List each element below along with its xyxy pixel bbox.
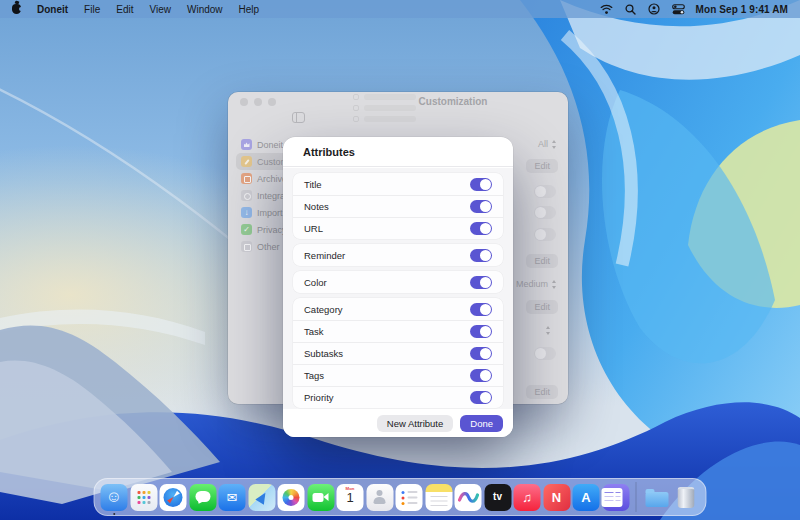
- dimmed-toggle-3[interactable]: [534, 228, 556, 241]
- sidebar-toggle-icon[interactable]: [292, 112, 305, 123]
- attribute-row-title: Title: [293, 173, 503, 195]
- edit-button-4[interactable]: Edit: [526, 385, 558, 399]
- toggle-url[interactable]: [470, 222, 492, 235]
- customization-icon: [241, 156, 252, 167]
- archive-icon: [241, 173, 252, 184]
- squiggle-icon: [455, 484, 482, 511]
- attributes-modal: Attributes Title Notes URL Reminder Colo…: [283, 137, 513, 437]
- dock: ☺ ✉ Mon 1 tv ♫ N A: [94, 478, 707, 516]
- dock-app-maps[interactable]: [248, 484, 275, 511]
- launchpad-grid-icon: [137, 491, 141, 495]
- edit-button-3[interactable]: Edit: [526, 300, 558, 314]
- dock-app-calendar[interactable]: Mon 1: [337, 484, 364, 511]
- person-icon: [377, 490, 383, 496]
- dock-app-freeform[interactable]: [455, 484, 482, 511]
- menu-window[interactable]: Window: [187, 4, 223, 15]
- traffic-lights: [240, 98, 276, 106]
- dimmed-content-rows: [353, 94, 416, 127]
- dock-app-safari[interactable]: [160, 484, 187, 511]
- compass-icon: [164, 488, 183, 507]
- done-button[interactable]: Done: [460, 415, 503, 432]
- attribute-row-url: URL: [293, 217, 503, 239]
- dock-app-mail[interactable]: ✉: [219, 484, 246, 511]
- folder-icon: [645, 492, 668, 507]
- dock-app-notes[interactable]: [425, 484, 452, 511]
- toggle-reminder[interactable]: [470, 249, 492, 262]
- other-icon: [241, 241, 252, 252]
- desktop: Doneit File Edit View Window Help Mon Se…: [0, 0, 800, 520]
- toggle-task[interactable]: [470, 325, 492, 338]
- dock-separator: [636, 482, 637, 512]
- menu-app-name[interactable]: Doneit: [37, 4, 68, 15]
- window-title: Customization: [419, 96, 488, 107]
- edit-button-2[interactable]: Edit: [526, 254, 558, 268]
- menu-file[interactable]: File: [84, 4, 100, 15]
- apple-menu-icon[interactable]: [12, 4, 21, 14]
- stepper-icon[interactable]: [545, 326, 552, 335]
- attribute-row-color: Color: [293, 271, 503, 293]
- dock-app-tv[interactable]: tv: [484, 484, 511, 511]
- menu-edit[interactable]: Edit: [116, 4, 133, 15]
- filter-select[interactable]: All: [538, 139, 558, 149]
- calendar-day: 1: [337, 491, 364, 505]
- modal-footer: New Attribute Done: [283, 409, 513, 437]
- checklist-icon: [402, 491, 405, 494]
- dock-app-launchpad[interactable]: [130, 484, 157, 511]
- edit-button-1[interactable]: Edit: [526, 159, 558, 173]
- navigation-arrow-icon: [255, 490, 269, 505]
- attribute-row-reminder: Reminder: [293, 244, 503, 266]
- privacy-icon: [241, 224, 252, 235]
- attribute-row-tags: Tags: [293, 364, 503, 386]
- priority-select[interactable]: Medium: [516, 279, 558, 289]
- dock-app-music[interactable]: ♫: [514, 484, 541, 511]
- dimmed-toggle-4[interactable]: [534, 347, 556, 360]
- dock-app-doneit[interactable]: [602, 484, 629, 511]
- running-indicator: [602, 488, 616, 507]
- menu-view[interactable]: View: [149, 4, 171, 15]
- attribute-group: Color: [293, 271, 503, 293]
- attribute-group: Title Notes URL: [293, 173, 503, 239]
- toggle-priority[interactable]: [470, 391, 492, 404]
- dock-app-facetime[interactable]: [307, 484, 334, 511]
- user-icon[interactable]: [648, 3, 661, 15]
- dock-app-reminders[interactable]: [396, 484, 423, 511]
- import-icon: [241, 207, 252, 218]
- new-attribute-button[interactable]: New Attribute: [377, 415, 454, 432]
- dock-app-appstore[interactable]: A: [573, 484, 600, 511]
- minimize-button[interactable]: [254, 98, 262, 106]
- zoom-button[interactable]: [268, 98, 276, 106]
- toggle-subtasks[interactable]: [470, 347, 492, 360]
- toggle-title[interactable]: [470, 178, 492, 191]
- doneit-pro-icon: [241, 139, 252, 150]
- attribute-group: Reminder: [293, 244, 503, 266]
- wifi-icon[interactable]: [600, 3, 613, 15]
- speech-bubble-icon: [195, 491, 210, 502]
- calendar-weekday: Mon: [340, 487, 359, 491]
- note-lines-icon: [430, 496, 447, 498]
- dimmed-toggle-1[interactable]: [534, 185, 556, 198]
- close-button[interactable]: [240, 98, 248, 106]
- attribute-group: Category Task Subtasks Tags Priority: [293, 298, 503, 408]
- dock-app-contacts[interactable]: [366, 484, 393, 511]
- toggle-tags[interactable]: [470, 369, 492, 382]
- dock-app-photos[interactable]: [278, 484, 305, 511]
- attribute-row-task: Task: [293, 320, 503, 342]
- dock-downloads-folder[interactable]: [643, 484, 670, 511]
- integrations-icon: [241, 190, 252, 201]
- attribute-row-priority: Priority: [293, 386, 503, 408]
- running-indicator: [113, 513, 116, 516]
- search-icon[interactable]: [624, 3, 637, 15]
- attribute-row-subtasks: Subtasks: [293, 342, 503, 364]
- dimmed-toggle-2[interactable]: [534, 206, 556, 219]
- dock-trash[interactable]: [673, 484, 700, 511]
- menu-clock[interactable]: Mon Sep 1 9:41 AM: [696, 4, 788, 15]
- menu-help[interactable]: Help: [239, 4, 260, 15]
- dock-app-news[interactable]: N: [543, 484, 570, 511]
- dock-app-finder[interactable]: ☺: [101, 484, 128, 511]
- toggle-color[interactable]: [470, 276, 492, 289]
- attribute-row-notes: Notes: [293, 195, 503, 217]
- dock-app-messages[interactable]: [189, 484, 216, 511]
- toggle-category[interactable]: [470, 303, 492, 316]
- control-center-icon[interactable]: [672, 3, 685, 15]
- toggle-notes[interactable]: [470, 200, 492, 213]
